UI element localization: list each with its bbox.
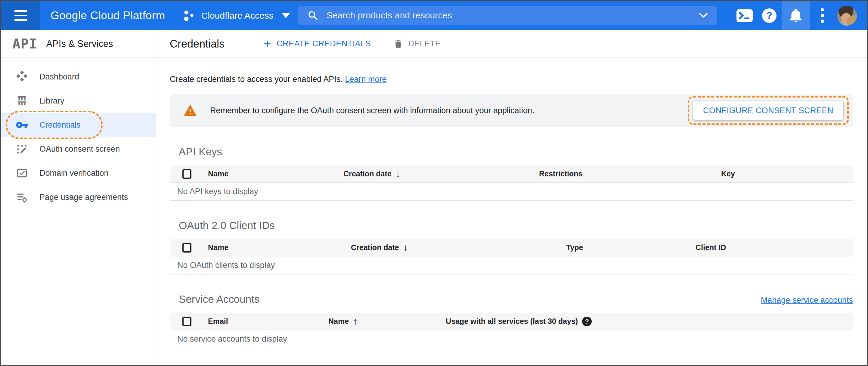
current-project-name: Cloudflare Access — [202, 10, 274, 21]
search-icon — [307, 10, 318, 21]
library-icon — [16, 95, 29, 107]
consent-warning-banner: Remember to configure the OAuth consent … — [170, 94, 853, 127]
section-title-api-keys: API Keys — [179, 146, 222, 158]
search-bar[interactable] — [298, 6, 717, 25]
column-header-usage[interactable]: Usage with all services (last 30 days) ? — [446, 317, 853, 326]
project-icon — [183, 9, 195, 22]
api-keys-table-header: Name Creation date ↓ Restrictions Key — [170, 165, 853, 183]
sidebar-item-label: Dashboard — [39, 72, 79, 82]
main-panel: Credentials + CREATE CREDENTIALS DELETE … — [156, 30, 867, 365]
column-header-label: Creation date — [343, 170, 392, 178]
notifications-button[interactable] — [782, 1, 810, 30]
product-logo[interactable]: Google Cloud Platform — [51, 9, 165, 22]
column-header-restrictions[interactable]: Restrictions — [539, 170, 721, 178]
intro-text: Create credentials to access your enable… — [170, 74, 853, 84]
banner-message: Remember to configure the OAuth consent … — [210, 106, 534, 115]
top-navigation-bar: Google Cloud Platform Cloudflare Access — [1, 1, 867, 30]
sidebar-item-label: OAuth consent screen — [39, 145, 120, 154]
service-accounts-table-header: Email Name ↑ Usage with all services (la… — [170, 313, 853, 330]
column-header-name[interactable]: Name — [208, 243, 351, 252]
column-header-client-id[interactable]: Client ID — [695, 243, 853, 252]
oauth-clients-section: OAuth 2.0 Client IDs Name Creation date … — [170, 219, 853, 274]
column-header-type[interactable]: Type — [566, 243, 695, 252]
service-accounts-section: Service Accounts Manage service accounts… — [170, 293, 853, 348]
project-caret-icon — [281, 13, 290, 18]
checkbox-check-icon — [16, 167, 29, 179]
tutorial-highlight-outline: CONFIGURE CONSENT SCREEN — [688, 96, 849, 125]
page-title: Credentials — [170, 38, 224, 50]
sort-descending-icon: ↓ — [396, 169, 401, 179]
more-options-button[interactable] — [810, 1, 835, 30]
column-header-name[interactable]: Name — [208, 170, 343, 178]
help-button[interactable]: ? — [757, 1, 782, 30]
oauth-clients-table: Name Creation date ↓ Type Client ID No O… — [170, 239, 853, 274]
sidebar-item-label: Library — [39, 96, 64, 105]
dashboard-icon — [16, 71, 29, 83]
column-header-creation-date[interactable]: Creation date ↓ — [343, 169, 539, 179]
api-keys-empty-state: No API keys to display — [170, 183, 853, 201]
consent-screen-icon — [16, 143, 29, 155]
sidebar-item-label: Credentials — [39, 120, 81, 130]
list-gear-icon — [16, 191, 29, 203]
manage-service-accounts-link[interactable]: Manage service accounts — [761, 296, 853, 305]
intro-sentence: Create credentials to access your enable… — [170, 74, 343, 84]
account-button[interactable] — [835, 1, 859, 30]
warning-icon — [184, 105, 196, 116]
help-icon[interactable]: ? — [582, 317, 592, 326]
sidebar-nav: Dashboard Library — [1, 58, 156, 209]
sidebar-item-credentials[interactable]: Credentials — [1, 113, 156, 137]
topbar-action-icons: ? — [732, 1, 859, 30]
vertical-dots-icon — [821, 8, 824, 23]
configure-consent-screen-button[interactable]: CONFIGURE CONSENT SCREEN — [693, 101, 843, 120]
sidebar-item-label: Page usage agreements — [39, 193, 128, 202]
column-header-creation-date[interactable]: Creation date ↓ — [351, 243, 566, 252]
sidebar-item-domain-verification[interactable]: Domain verification — [1, 161, 156, 185]
create-credentials-button[interactable]: + CREATE CREDENTIALS — [264, 38, 371, 50]
user-avatar — [837, 6, 857, 26]
project-selector[interactable]: Cloudflare Access — [183, 9, 290, 22]
page-content: Create credentials to access your enable… — [156, 58, 867, 365]
terminal-icon — [736, 9, 753, 23]
search-input[interactable] — [327, 10, 694, 21]
sidebar: API APIs & Services Dashboard — [1, 30, 156, 365]
search-expand-chevron-icon[interactable] — [699, 12, 708, 18]
service-accounts-empty-state: No service accounts to display — [170, 330, 853, 348]
sidebar-header: API APIs & Services — [1, 30, 156, 58]
select-all-checkbox[interactable] — [182, 169, 191, 179]
column-header-email[interactable]: Email — [208, 317, 328, 326]
create-credentials-label: CREATE CREDENTIALS — [277, 39, 371, 49]
oauth-clients-empty-state: No OAuth clients to display — [170, 256, 853, 274]
sidebar-item-dashboard[interactable]: Dashboard — [1, 65, 156, 89]
service-accounts-table: Email Name ↑ Usage with all services (la… — [170, 313, 853, 348]
column-header-name[interactable]: Name ↑ — [328, 317, 446, 326]
select-all-checkbox[interactable] — [182, 317, 191, 326]
oauth-clients-table-header: Name Creation date ↓ Type Client ID — [170, 239, 853, 256]
api-keys-table: Name Creation date ↓ Restrictions Key No… — [170, 165, 853, 201]
delete-label: DELETE — [408, 39, 441, 49]
sidebar-item-oauth-consent-screen[interactable]: OAuth consent screen — [1, 137, 156, 161]
bell-icon — [789, 8, 802, 23]
section-title-oauth-clients: OAuth 2.0 Client IDs — [179, 219, 275, 232]
section-title-service-accounts: Service Accounts — [179, 293, 259, 305]
learn-more-link[interactable]: Learn more — [345, 74, 386, 84]
sort-descending-icon: ↓ — [403, 243, 408, 252]
sidebar-item-page-usage-agreements[interactable]: Page usage agreements — [1, 185, 156, 209]
column-header-key[interactable]: Key — [721, 170, 853, 178]
trash-icon — [393, 38, 403, 50]
sort-ascending-icon: ↑ — [353, 317, 358, 326]
column-header-label: Usage with all services (last 30 days) — [446, 317, 578, 326]
delete-button[interactable]: DELETE — [393, 38, 441, 50]
select-all-checkbox[interactable] — [182, 243, 191, 252]
api-logo: API — [12, 36, 37, 52]
help-icon: ? — [762, 8, 776, 23]
hamburger-icon — [14, 10, 27, 21]
page-toolbar: Credentials + CREATE CREDENTIALS DELETE — [156, 30, 867, 58]
sidebar-item-label: Domain verification — [39, 169, 108, 178]
key-icon — [16, 119, 29, 131]
main-menu-button[interactable] — [1, 1, 40, 30]
api-keys-section: API Keys Name Creation date ↓ Restrictio… — [170, 146, 853, 201]
sidebar-item-library[interactable]: Library — [1, 89, 156, 113]
cloud-shell-button[interactable] — [732, 1, 757, 30]
plus-icon: + — [264, 38, 271, 50]
column-header-label: Name — [328, 317, 349, 326]
